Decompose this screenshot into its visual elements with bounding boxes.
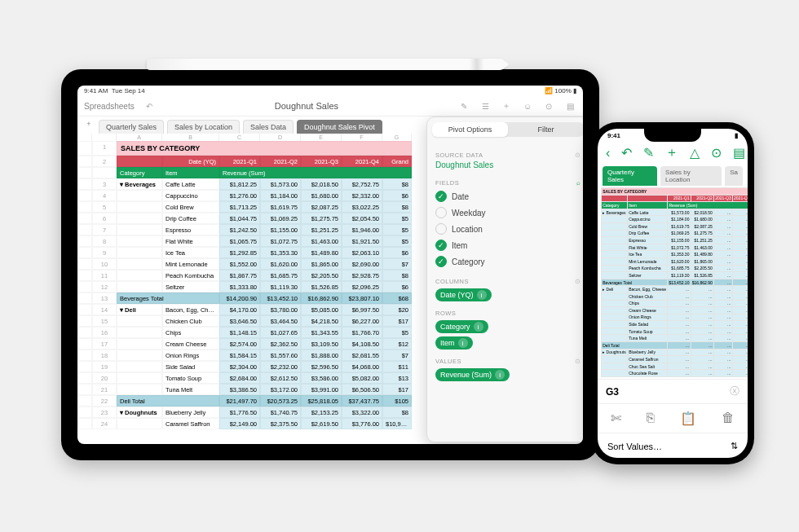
iphone-brush-icon[interactable]: ✎ xyxy=(643,145,654,160)
ipad-time: 9:41 AM xyxy=(84,87,108,95)
document-title: Doughnut Sales xyxy=(164,101,449,111)
sheet-tab[interactable]: Sales Data xyxy=(243,120,294,134)
add-sheet-button[interactable]: + xyxy=(82,120,95,134)
source-data-label: SOURCE DATA xyxy=(435,152,483,159)
back-button[interactable]: Spreadsheets xyxy=(84,102,135,111)
ipad-device: 9:41 AM Tue Sep 14 📶 100% ▮ Spreadsheets… xyxy=(61,69,599,460)
field-row[interactable]: Location xyxy=(435,221,580,237)
info-icon[interactable]: i xyxy=(477,290,487,300)
iphone-sheet-tab[interactable]: Sales by Location xyxy=(660,166,722,186)
iphone-sheet-tabs: Quarterly SalesSales by LocationSa xyxy=(598,163,748,186)
cut-icon[interactable]: ✄ xyxy=(611,411,621,426)
values-section-label: VALUES xyxy=(435,358,461,365)
menu-item-icon: ⇅ xyxy=(731,441,738,451)
sheet-tab[interactable]: Quarterly Sales xyxy=(99,120,164,134)
sheet-tab[interactable]: Doughnut Sales Pivot xyxy=(297,120,382,134)
delete-icon[interactable]: 🗑 xyxy=(722,411,735,426)
field-row[interactable]: ✓Date xyxy=(435,188,580,204)
iphone-share-icon[interactable]: △ xyxy=(690,145,700,160)
iphone-more-icon[interactable]: ⊙ xyxy=(711,145,722,160)
checkbox-icon[interactable] xyxy=(435,223,447,235)
iphone-spreadsheet-area[interactable]: SALES BY CATEGORY2021-Q12021-Q22021-Q320… xyxy=(598,186,748,379)
apple-pencil xyxy=(147,59,505,70)
iphone-undo-icon[interactable]: ↶ xyxy=(621,145,632,160)
fields-label: FIELDS xyxy=(435,179,459,187)
ipad-status-bar: 9:41 AM Tue Sep 14 📶 100% ▮ xyxy=(77,86,583,96)
field-name: Weekday xyxy=(452,209,486,218)
ipad-date: Tue Sep 14 xyxy=(112,87,145,95)
ipad-battery: 100% xyxy=(554,87,571,95)
iphone-action-row: ✄ ⎘ 📋 🗑 xyxy=(598,403,748,433)
search-icon[interactable]: ⌕ xyxy=(576,179,581,187)
iphone-sheet-tab[interactable]: Sa xyxy=(725,166,743,186)
plus-icon[interactable]: ＋ xyxy=(500,99,513,112)
pivot-pill[interactable]: Revenue (Sum)i xyxy=(435,368,510,381)
info-icon[interactable]: i xyxy=(458,338,468,348)
filter-tab[interactable]: Filter xyxy=(508,122,583,137)
ipad-toolbar: Spreadsheets ↶ Doughnut Sales ✎ ☰ ＋ ☺ ⊙ … xyxy=(77,96,583,117)
field-name: Item xyxy=(452,241,467,250)
sheet-tab[interactable]: Sales by Location xyxy=(167,120,240,134)
context-menu-item[interactable]: Sort Values…⇅ xyxy=(598,433,748,458)
field-row[interactable]: ✓Category xyxy=(435,253,580,270)
iphone-screen: 9:41 ▮ ‹ ↶ ✎ ＋ △ ⊙ ▤ Quarterly SalesSale… xyxy=(598,129,748,458)
pivot-pill[interactable]: Date (YQ)i xyxy=(435,288,492,301)
ipad-screen: 9:41 AM Tue Sep 14 📶 100% ▮ Spreadsheets… xyxy=(77,86,583,444)
columns-section-label: COLUMNS xyxy=(435,278,469,285)
field-name: Category xyxy=(452,257,485,266)
field-row[interactable]: ✓Item xyxy=(435,237,580,253)
iphone-toolbar: ‹ ↶ ✎ ＋ △ ⊙ ▤ xyxy=(598,143,748,163)
more-icon[interactable]: ⊙ xyxy=(542,99,555,112)
field-row[interactable]: Weekday xyxy=(435,204,580,221)
info-icon[interactable]: i xyxy=(495,370,505,380)
pivot-pill[interactable]: Itemi xyxy=(435,336,473,350)
pivot-pill[interactable]: Categoryi xyxy=(435,320,488,333)
source-data-link[interactable]: Doughnut Sales xyxy=(435,160,580,169)
values-menu-icon[interactable]: ⊙ xyxy=(575,358,581,365)
columns-menu-icon[interactable]: ⊙ xyxy=(575,278,581,285)
checkbox-icon[interactable]: ✓ xyxy=(435,191,447,202)
cell-reference-bar: G3 ⓧ xyxy=(598,379,748,403)
iphone-battery-icon: ▮ xyxy=(735,132,738,139)
panel-tab-segment[interactable]: Pivot Options Filter xyxy=(432,122,583,137)
iphone-back-icon[interactable]: ‹ xyxy=(606,146,610,160)
copy-icon[interactable]: ⎘ xyxy=(647,411,655,426)
field-name: Location xyxy=(452,225,483,234)
checkbox-icon[interactable]: ✓ xyxy=(435,256,447,267)
info-icon[interactable]: i xyxy=(474,322,483,332)
rows-section-label: ROWS xyxy=(435,310,456,317)
iphone-device: 9:41 ▮ ‹ ↶ ✎ ＋ △ ⊙ ▤ Quarterly SalesSale… xyxy=(591,122,754,464)
clear-cell-icon[interactable]: ⓧ xyxy=(730,385,739,398)
checkbox-icon[interactable]: ✓ xyxy=(435,240,447,251)
pivot-options-panel: Pivot Options Filter SOURCE DATA⊙ Doughn… xyxy=(426,117,583,442)
source-menu-icon[interactable]: ⊙ xyxy=(575,152,581,159)
field-name: Date xyxy=(452,192,469,201)
iphone-plus-icon[interactable]: ＋ xyxy=(665,144,678,161)
collaborate-icon[interactable]: ☺ xyxy=(521,99,534,112)
organize-icon[interactable]: ☰ xyxy=(479,99,492,112)
brush-icon[interactable]: ✎ xyxy=(457,99,470,112)
undo-icon[interactable]: ↶ xyxy=(143,99,156,112)
checkbox-icon[interactable] xyxy=(435,207,447,218)
pivot-options-tab[interactable]: Pivot Options xyxy=(432,122,508,137)
paste-icon[interactable]: 📋 xyxy=(680,411,696,426)
iphone-notch xyxy=(644,129,701,142)
cell-reference: G3 xyxy=(606,386,619,398)
sidebar-icon[interactable]: ▤ xyxy=(563,99,576,112)
iphone-time: 9:41 xyxy=(607,132,620,139)
iphone-sheet-tab[interactable]: Quarterly Sales xyxy=(603,166,657,186)
iphone-sidebar-icon[interactable]: ▤ xyxy=(733,145,745,160)
